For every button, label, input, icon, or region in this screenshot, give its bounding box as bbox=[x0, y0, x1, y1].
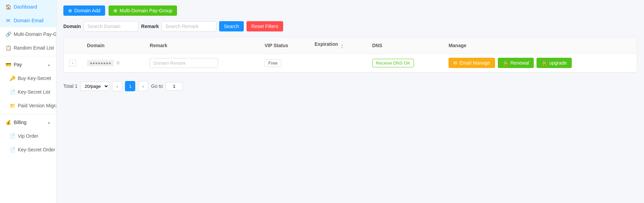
col-dns: DNS bbox=[367, 37, 443, 54]
row-expiration-cell bbox=[309, 54, 367, 72]
sidebar-item-pay[interactable]: 💳 Pay ▲ bbox=[0, 58, 56, 71]
domain-value: ●●●●●●●● bbox=[87, 60, 114, 66]
sidebar-divider-2 bbox=[0, 114, 56, 114]
sidebar-item-key-secret-order[interactable]: 📄 Key-Secret Order bbox=[0, 143, 56, 157]
row-manage-cell: ✉ Email Manage 🔒 Renewal 🔒 bbox=[443, 54, 637, 72]
multi-domain-pay-group-label: Multi-Domain Pay-Group bbox=[119, 8, 172, 13]
domain-add-button[interactable]: ⊕ Domain Add bbox=[63, 5, 105, 16]
dns-status-badge: Receive DNS OK bbox=[372, 59, 414, 67]
remark-search-input[interactable] bbox=[162, 21, 216, 31]
row-dns-cell: Receive DNS OK bbox=[367, 54, 443, 72]
email-manage-button[interactable]: ✉ Email Manage bbox=[449, 58, 495, 68]
key-secret-order-icon: 📄 bbox=[10, 147, 15, 152]
upgrade-button[interactable]: 🔒 upgrade bbox=[536, 58, 571, 68]
email-icon: ✉ bbox=[453, 60, 457, 66]
domain-filter-label: Domain bbox=[63, 24, 81, 29]
sidebar-item-dashboard[interactable]: 🏠 Dashboard bbox=[0, 0, 56, 14]
pay-expand-icon: ▲ bbox=[47, 63, 51, 67]
domain-table: Domain Remark VIP Status Expiration bbox=[64, 37, 637, 72]
copy-domain-icon[interactable]: ⎘ bbox=[117, 60, 119, 66]
sidebar-item-random-email[interactable]: 📋 Random Email List bbox=[0, 41, 56, 55]
sidebar-item-paid-migration-label: Paid Version Migration bbox=[18, 103, 56, 108]
row-remark-cell bbox=[144, 54, 259, 72]
renewal-button[interactable]: 🔒 Renewal bbox=[498, 58, 534, 68]
pay-icon: 💳 bbox=[5, 62, 11, 67]
sidebar-item-vip-order-label: Vip Order bbox=[18, 133, 38, 139]
dashboard-icon: 🏠 bbox=[5, 4, 11, 10]
sidebar-item-buy-key-secret-label: Buy Key-Secret bbox=[18, 76, 51, 81]
sidebar-item-vip-order[interactable]: 📄 Vip Order bbox=[0, 129, 56, 143]
domain-search-input[interactable] bbox=[84, 21, 138, 31]
vip-status-badge: Free bbox=[265, 59, 281, 67]
remark-filter-label: Remark bbox=[141, 24, 159, 29]
sidebar-item-paid-version-migration[interactable]: 📁 Paid Version Migration bbox=[0, 99, 56, 112]
upgrade-label: upgrade bbox=[549, 60, 567, 66]
renewal-icon: 🔒 bbox=[503, 60, 508, 66]
page-prev-button[interactable]: ‹ bbox=[112, 81, 122, 91]
col-remark: Remark bbox=[144, 37, 259, 54]
search-button[interactable]: Search bbox=[219, 21, 244, 31]
sidebar-item-key-secret-list-label: Key-Secret List bbox=[18, 89, 50, 95]
filter-row: Domain Remark Search Reset Filters bbox=[63, 21, 637, 31]
toolbar: ⊕ Domain Add ⊕ Multi-Domain Pay-Group bbox=[63, 5, 637, 16]
pagination-total: Total 1 bbox=[63, 83, 77, 89]
sidebar-item-buy-key-secret[interactable]: 🔑 Buy Key-Secret bbox=[0, 71, 56, 85]
row-vip-status-cell: Free bbox=[259, 54, 309, 72]
multi-domain-pay-group-button[interactable]: ⊕ Multi-Domain Pay-Group bbox=[109, 5, 177, 16]
sidebar-item-random-email-label: Random Email List bbox=[14, 45, 54, 51]
goto-input[interactable] bbox=[166, 82, 183, 91]
domain-cell-content: ●●●●●●●● ⎘ bbox=[87, 60, 139, 66]
remark-field[interactable] bbox=[150, 58, 218, 68]
col-manage: Manage bbox=[443, 37, 637, 54]
email-manage-label: Email Manage bbox=[459, 60, 490, 66]
sidebar-item-billing-label: Billing bbox=[14, 120, 26, 125]
col-domain: Domain bbox=[81, 37, 144, 54]
page-1-button[interactable]: 1 bbox=[125, 81, 135, 91]
row-expand-cell: › bbox=[64, 54, 81, 72]
page-size-select[interactable]: 20/page bbox=[80, 82, 109, 91]
row-domain-cell: ●●●●●●●● ⎘ bbox=[81, 54, 144, 72]
upgrade-icon: 🔒 bbox=[541, 60, 547, 66]
row-expand-button[interactable]: › bbox=[69, 59, 76, 66]
buy-key-secret-icon: 🔑 bbox=[10, 76, 15, 81]
reset-filters-button[interactable]: Reset Filters bbox=[247, 21, 283, 31]
table-row: › ●●●●●●●● ⎘ bbox=[64, 54, 637, 72]
expiration-sort-icon[interactable]: ▲ ▼ bbox=[341, 44, 343, 49]
sidebar-divider-1 bbox=[0, 56, 56, 56]
sidebar-item-key-secret-list[interactable]: 📄 Key-Secret List bbox=[0, 85, 56, 99]
sidebar-item-domain-email-label: Domain Email bbox=[14, 18, 43, 23]
random-email-icon: 📋 bbox=[5, 45, 11, 51]
key-secret-list-icon: 📄 bbox=[10, 89, 15, 95]
paid-migration-icon: 📁 bbox=[10, 103, 15, 108]
sidebar-item-multi-domain-label: Multi-Domain Pay-Group bbox=[14, 31, 56, 37]
domain-add-icon: ⊕ bbox=[68, 8, 72, 13]
pagination: Total 1 20/page ‹ 1 › Go to bbox=[63, 78, 637, 94]
page-next-button[interactable]: › bbox=[138, 81, 148, 91]
sidebar-item-dashboard-label: Dashboard bbox=[14, 4, 37, 10]
search-button-label: Search bbox=[224, 24, 239, 29]
reset-filters-label: Reset Filters bbox=[251, 24, 278, 29]
goto-label: Go to bbox=[151, 83, 163, 89]
vip-order-icon: 📄 bbox=[10, 133, 15, 139]
table-header-row: Domain Remark VIP Status Expiration bbox=[64, 37, 637, 54]
sidebar-item-domain-email[interactable]: ✉ Domain Email bbox=[0, 14, 56, 27]
col-expand bbox=[64, 37, 81, 54]
billing-icon: 💰 bbox=[5, 120, 11, 125]
billing-expand-icon: ▲ bbox=[47, 121, 51, 124]
content-area: ⊕ Domain Add ⊕ Multi-Domain Pay-Group Do… bbox=[56, 0, 644, 203]
col-vip-status: VIP Status bbox=[259, 37, 309, 54]
sidebar: 🏠 Dashboard ✉ Domain Email 🔗 Multi-Domai… bbox=[0, 0, 56, 203]
sidebar-item-key-secret-order-label: Key-Secret Order bbox=[18, 147, 55, 152]
renewal-label: Renewal bbox=[510, 60, 529, 66]
main-content: ⊕ Domain Add ⊕ Multi-Domain Pay-Group Do… bbox=[56, 0, 644, 203]
domain-email-icon: ✉ bbox=[5, 18, 11, 23]
col-expiration: Expiration ▲ ▼ bbox=[309, 37, 367, 54]
domain-table-container: Domain Remark VIP Status Expiration bbox=[63, 37, 637, 73]
sidebar-item-billing[interactable]: 💰 Billing ▲ bbox=[0, 116, 56, 129]
multi-domain-icon: ⊕ bbox=[113, 8, 117, 13]
multi-domain-icon: 🔗 bbox=[5, 31, 11, 37]
manage-actions: ✉ Email Manage 🔒 Renewal 🔒 bbox=[449, 58, 631, 68]
table-scroll[interactable]: Domain Remark VIP Status Expiration bbox=[64, 37, 637, 72]
domain-add-label: Domain Add bbox=[74, 8, 100, 13]
sidebar-item-multi-domain[interactable]: 🔗 Multi-Domain Pay-Group bbox=[0, 27, 56, 41]
